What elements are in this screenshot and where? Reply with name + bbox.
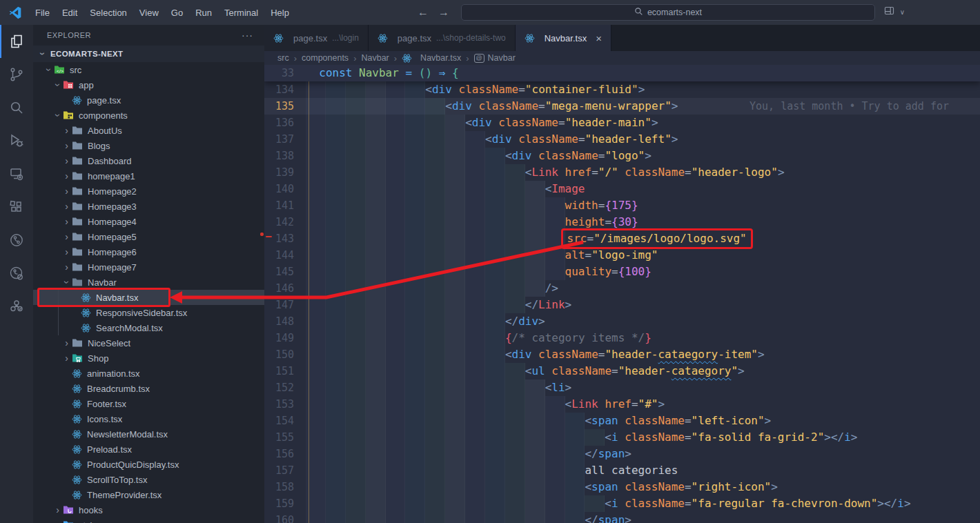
line-number: 152	[264, 379, 306, 396]
menu-run[interactable]: Run	[189, 5, 218, 21]
menu-view[interactable]: View	[133, 5, 165, 21]
folder-icon-app	[63, 80, 74, 90]
folder-src[interactable]: ›</>src	[33, 62, 264, 77]
breadcrumb-item[interactable]: Navbar	[361, 53, 389, 63]
file-newslettermodal-tsx[interactable]: ›NewsletterModal.tsx	[33, 426, 264, 442]
source-control-icon[interactable]	[0, 58, 33, 91]
indent-band	[505, 264, 525, 280]
indent-band	[445, 413, 465, 429]
folder-app[interactable]: ›app	[33, 77, 264, 92]
tab-page-tsx[interactable]: page.tsx...\shop-details-two	[369, 25, 516, 51]
indent-band	[465, 346, 485, 363]
breadcrumb-item[interactable]: Navbar.tsx	[402, 53, 461, 63]
file-navbar-tsx[interactable]: ›Navbar.tsx	[33, 290, 264, 305]
tab-navbar-tsx[interactable]: Navbar.tsx×	[516, 25, 611, 51]
code-line-151: 151<ul className="header-cataegory">	[264, 363, 980, 379]
folder-homepage5[interactable]: ›Homepage5	[33, 229, 264, 244]
run-debug-icon[interactable]	[0, 124, 33, 157]
code-token: <	[585, 413, 591, 429]
indent-band	[346, 446, 366, 462]
indent-band	[326, 479, 346, 495]
indent-band	[386, 346, 406, 363]
code-token: className	[618, 413, 685, 429]
indent-band	[405, 313, 425, 330]
folder-hooks[interactable]: ›hooks	[33, 502, 264, 517]
tree-item-label: Homepage2	[88, 186, 137, 197]
react-icon	[81, 308, 91, 318]
folder-homepage3[interactable]: ›Homepage3	[33, 199, 264, 214]
breadcrumb-item[interactable]: src	[277, 53, 289, 63]
code-token: div	[472, 115, 492, 131]
todo-tree-icon[interactable]	[0, 290, 33, 323]
indent-band	[565, 462, 585, 479]
indent-band	[485, 230, 505, 247]
indent-band	[405, 214, 425, 230]
tree-item-label: Navbar.tsx	[96, 293, 138, 303]
folder-aboutus[interactable]: ›AboutUs	[33, 123, 264, 138]
indent-band	[505, 280, 525, 297]
breadcrumb-item[interactable]: components	[302, 53, 349, 63]
menu-terminal[interactable]: Terminal	[218, 5, 264, 21]
indent-band	[386, 396, 406, 413]
file-icons-tsx[interactable]: ›Icons.tsx	[33, 411, 264, 426]
code-token: "header-main"	[565, 115, 651, 131]
customize-layout-button[interactable]: ∨	[883, 5, 908, 19]
file-page-tsx[interactable]: ›page.tsx	[33, 92, 264, 108]
breadcrumb-item[interactable]: @Navbar	[474, 53, 516, 63]
command-center-search[interactable]: ecomarts-next	[461, 4, 875, 21]
menu-file[interactable]: File	[29, 5, 56, 21]
code-token: ()	[419, 66, 432, 79]
activity-bar	[0, 25, 33, 523]
file-animation-tsx[interactable]: ›animation.tsx	[33, 366, 264, 381]
chevron-icon: ›	[52, 80, 63, 90]
indent-band	[565, 429, 585, 446]
file-searchmodal-tsx[interactable]: ›SearchModal.tsx	[33, 320, 264, 335]
indent-band	[386, 115, 406, 131]
file-responsivesidebar-tsx[interactable]: ›ResponsiveSidebar.tsx	[33, 305, 264, 320]
workspace-root[interactable]: › ECOMARTS-NEXT	[33, 46, 264, 62]
folder-homepage4[interactable]: ›Homepage4	[33, 214, 264, 229]
line-number: 33	[264, 65, 306, 81]
file-preload-tsx[interactable]: ›Preload.tsx	[33, 442, 264, 457]
indent-band	[326, 247, 346, 264]
menu-go[interactable]: Go	[165, 5, 189, 21]
file-footer-tsx[interactable]: ›Footer.tsx	[33, 396, 264, 411]
folder-niceselect[interactable]: ›NiceSelect	[33, 335, 264, 351]
file-scrolltotop-tsx[interactable]: ›ScrollToTop.tsx	[33, 472, 264, 487]
folder-components[interactable]: ›components	[33, 108, 264, 123]
folder-blogs[interactable]: ›Blogs	[33, 138, 264, 153]
folder-dashboard[interactable]: ›Dashboard	[33, 153, 264, 168]
back-button[interactable]: ←	[418, 6, 429, 19]
code-editor[interactable]: 33const Navbar = () ⇒ { 134<div classNam…	[264, 65, 980, 523]
gitlens-icon[interactable]	[0, 224, 33, 257]
file-productquicdisplay-tsx[interactable]: ›ProductQuicDisplay.tsx	[33, 457, 264, 472]
close-icon[interactable]: ×	[596, 32, 602, 44]
file-themeprovider-tsx[interactable]: ›ThemeProvider.tsx	[33, 487, 264, 502]
file-breadcrumb-tsx[interactable]: ›Breadcrumb.tsx	[33, 381, 264, 396]
menu-help[interactable]: Help	[264, 5, 295, 21]
folder-homepage6[interactable]: ›Homepage6	[33, 244, 264, 259]
folder-homepage2[interactable]: ›Homepage2	[33, 184, 264, 199]
indent-band	[425, 429, 445, 446]
explorer-sidebar: EXPLORER ··· › ECOMARTS-NEXT ›</>src›app…	[33, 25, 264, 523]
tab-page-tsx[interactable]: page.tsx...\login	[264, 25, 369, 51]
folder-navbar[interactable]: ›Navbar	[33, 275, 264, 290]
remote-explorer-icon[interactable]	[0, 157, 33, 190]
gitlens-inspect-icon[interactable]	[0, 257, 33, 290]
code-token: "mega-menu-wrapper"	[545, 98, 672, 115]
folder-homepage1[interactable]: ›homepage1	[33, 168, 264, 184]
explorer-icon[interactable]	[0, 25, 33, 58]
more-actions-icon[interactable]: ···	[242, 30, 253, 41]
chevron-icon: ›	[61, 262, 72, 273]
search-view-icon[interactable]	[0, 91, 33, 124]
code-token: <	[565, 396, 572, 413]
folder-homepage7[interactable]: ›Homepage7	[33, 259, 264, 275]
folder-shop[interactable]: ›Shop	[33, 351, 264, 366]
menu-selection[interactable]: Selection	[84, 5, 133, 21]
code-token: >	[672, 131, 678, 148]
forward-button[interactable]: →	[438, 6, 449, 19]
menu-edit[interactable]: Edit	[56, 5, 84, 21]
code-token: all categories	[585, 462, 678, 479]
extensions-icon[interactable]	[0, 190, 33, 224]
folder-styles[interactable]: ›styles	[33, 517, 264, 523]
